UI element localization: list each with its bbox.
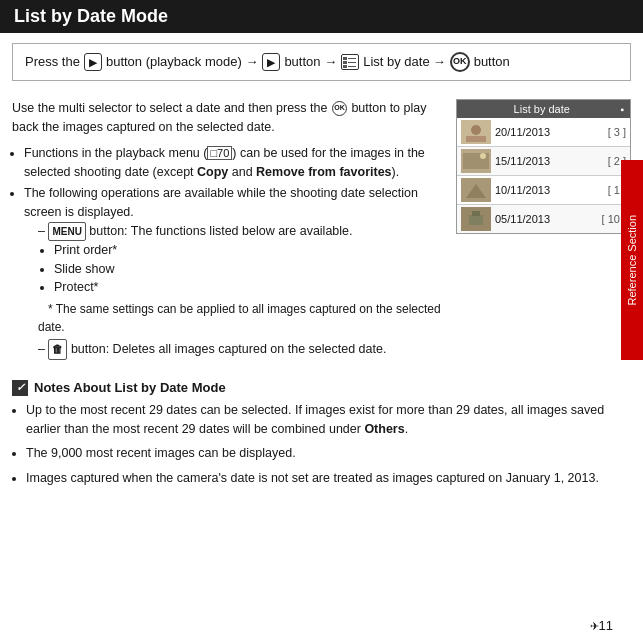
- thumb-2: [461, 149, 491, 173]
- svg-rect-15: [469, 215, 483, 225]
- trash-icon: 🗑: [48, 339, 67, 360]
- intro-text: Use the multi selector to select a date …: [12, 99, 446, 138]
- list-row[interactable]: 05/11/2013 [ 10 ]: [457, 205, 630, 233]
- thumb-4: [461, 207, 491, 231]
- page-number: ✈11: [590, 618, 613, 633]
- svg-rect-0: [343, 57, 347, 60]
- dash-item-menu: – MENU button: The functions listed belo…: [38, 222, 446, 297]
- notes-item-3: Images captured when the camera's date i…: [26, 469, 631, 488]
- list-row[interactable]: 20/11/2013 [ 3 ]: [457, 118, 630, 147]
- instruction-list-label: List by date: [363, 52, 430, 72]
- list-panel-close-icon: ▪: [620, 104, 624, 115]
- list-date-icon: [341, 54, 359, 70]
- svg-rect-8: [466, 136, 486, 142]
- bullet-item-1: Functions in the playback menu (□70) can…: [24, 144, 446, 182]
- page-icon: ✈: [590, 620, 599, 632]
- play-button-icon: ▶: [262, 53, 280, 71]
- dash-list: – MENU button: The functions listed belo…: [38, 222, 446, 360]
- instruction-box: Press the ▶ button (playback mode) → ▶ b…: [12, 43, 631, 81]
- sub-bullet-list: Print order* Slide show Protect*: [54, 241, 446, 297]
- sidebar-label: Reference Section: [626, 215, 638, 306]
- notes-header: ✓ Notes About List by Date Mode: [12, 380, 631, 396]
- instruction-text2: button (playback mode) →: [106, 52, 258, 72]
- content-area: Use the multi selector to select a date …: [0, 91, 643, 374]
- thumb-3: [461, 178, 491, 202]
- ok-inline-icon: OK: [332, 101, 347, 116]
- list-row[interactable]: 15/11/2013 [ 2 ]: [457, 147, 630, 176]
- list-row[interactable]: 10/11/2013 [ 1 ]: [457, 176, 630, 205]
- svg-point-7: [471, 125, 481, 135]
- bullet-item-2: The following operations are available w…: [24, 184, 446, 359]
- sub-item-print: Print order*: [54, 241, 446, 260]
- note-icon: ✓: [12, 380, 28, 396]
- thumb-1: [461, 120, 491, 144]
- svg-rect-4: [343, 65, 347, 68]
- ok-button-icon: OK: [450, 52, 470, 72]
- menu-label: MENU: [48, 222, 85, 241]
- page-header: List by Date Mode: [0, 0, 643, 33]
- svg-rect-2: [343, 61, 347, 64]
- page-num-text: 11: [599, 618, 613, 633]
- list-row-date-1: 20/11/2013: [495, 126, 591, 138]
- instruction-text-before: Press the: [25, 52, 80, 72]
- list-row-date-2: 15/11/2013: [495, 155, 591, 167]
- instruction-text3: button →: [284, 52, 337, 72]
- list-panel-title: List by date: [463, 103, 620, 115]
- notes-title: Notes About List by Date Mode: [34, 380, 226, 395]
- sub-item-protect: Protect*: [54, 278, 446, 297]
- list-panel: List by date ▪ 20/11/2013 [ 3 ]: [456, 99, 631, 234]
- dash-item-asterisk: * The same settings can be applied to al…: [38, 300, 446, 336]
- reference-sidebar: Reference Section: [621, 160, 643, 360]
- notes-section: ✓ Notes About List by Date Mode Up to th…: [12, 380, 631, 489]
- list-panel-header: List by date ▪: [457, 100, 630, 118]
- sub-item-slideshow: Slide show: [54, 260, 446, 279]
- notes-list: Up to the most recent 29 dates can be se…: [26, 401, 631, 489]
- page-title: List by Date Mode: [14, 6, 168, 26]
- list-row-date-3: 10/11/2013: [495, 184, 591, 196]
- dash-item-trash: – 🗑 button: Deletes all images captured …: [38, 339, 446, 360]
- playback-button-icon: ▶: [84, 53, 102, 71]
- instruction-arrow: →: [433, 52, 446, 72]
- list-row-date-4: 05/11/2013: [495, 213, 591, 225]
- notes-item-1: Up to the most recent 29 dates can be se…: [26, 401, 631, 440]
- svg-point-11: [480, 153, 486, 159]
- notes-item-2: The 9,000 most recent images can be disp…: [26, 444, 631, 463]
- left-column: Use the multi selector to select a date …: [12, 99, 446, 366]
- main-bullet-list: Functions in the playback menu (□70) can…: [24, 144, 446, 360]
- svg-rect-16: [472, 211, 480, 216]
- instruction-text5: button: [474, 52, 510, 72]
- list-panel-container: List by date ▪ 20/11/2013 [ 3 ]: [456, 99, 631, 366]
- list-row-count-1: [ 3 ]: [591, 126, 626, 138]
